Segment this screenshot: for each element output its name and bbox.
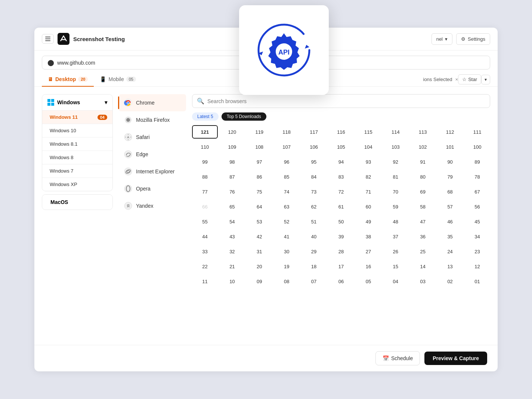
search-input[interactable] [207,98,485,104]
version-cell-05[interactable]: 05 [355,275,381,288]
version-cell-116[interactable]: 116 [328,125,354,139]
version-cell-42[interactable]: 42 [247,230,272,243]
version-cell-16[interactable]: 16 [355,260,381,273]
version-cell-19[interactable]: 19 [274,260,300,273]
version-cell-90[interactable]: 90 [437,155,463,168]
version-cell-20[interactable]: 20 [247,260,272,273]
version-cell-100[interactable]: 100 [464,140,490,154]
os-item-windows7[interactable]: Windows 7 [42,164,112,177]
version-cell-04[interactable]: 04 [383,275,408,288]
version-cell-67[interactable]: 67 [464,185,490,198]
version-cell-106[interactable]: 106 [301,140,327,154]
version-cell-84[interactable]: 84 [301,170,327,183]
version-cell-115[interactable]: 115 [355,125,381,139]
version-cell-10[interactable]: 10 [219,275,245,288]
version-cell-112[interactable]: 112 [437,125,463,139]
browser-item-chrome[interactable]: Chrome [119,94,186,111]
version-cell-69[interactable]: 69 [410,185,436,198]
version-cell-102[interactable]: 102 [410,140,436,154]
version-cell-70[interactable]: 70 [383,185,408,198]
version-cell-86[interactable]: 86 [247,170,272,183]
version-cell-50[interactable]: 50 [328,215,354,228]
os-item-windows10[interactable]: Windows 10 [42,124,112,137]
version-cell-97[interactable]: 97 [247,155,272,168]
version-cell-61[interactable]: 61 [328,200,354,213]
version-cell-114[interactable]: 114 [383,125,408,139]
os-item-windows81[interactable]: Windows 8.1 [42,137,112,151]
version-cell-43[interactable]: 43 [219,230,245,243]
version-cell-44[interactable]: 44 [192,230,218,243]
sessions-close-icon[interactable]: × [455,77,458,82]
version-cell-12[interactable]: 12 [464,260,490,273]
version-cell-117[interactable]: 117 [301,125,327,139]
version-cell-121[interactable]: 121 [192,125,218,139]
browser-item-yandex[interactable]: Я Yandex [119,197,186,214]
version-cell-21[interactable]: 21 [219,260,245,273]
version-cell-71[interactable]: 71 [355,185,381,198]
version-cell-120[interactable]: 120 [219,125,245,139]
version-cell-49[interactable]: 49 [355,215,381,228]
version-cell-66[interactable]: 66 [192,200,218,213]
version-cell-93[interactable]: 93 [355,155,381,168]
version-cell-111[interactable]: 111 [464,125,490,139]
version-cell-63[interactable]: 63 [274,200,300,213]
browser-item-firefox[interactable]: Mozilla Firefox [119,111,186,129]
version-cell-119[interactable]: 119 [247,125,272,139]
preview-capture-button[interactable]: Preview & Capture [424,352,487,365]
version-cell-105[interactable]: 105 [328,140,354,154]
filter-top5downloads[interactable]: Top 5 Downloads [222,112,266,121]
tab-mobile[interactable]: 📱 Mobile 05 [94,72,142,87]
version-cell-99[interactable]: 99 [192,155,218,168]
version-cell-59[interactable]: 59 [383,200,408,213]
version-cell-15[interactable]: 15 [383,260,408,273]
browser-item-edge[interactable]: Edge [119,146,186,163]
version-cell-113[interactable]: 113 [410,125,436,139]
version-cell-98[interactable]: 98 [219,155,245,168]
version-cell-03[interactable]: 03 [410,275,436,288]
version-cell-08[interactable]: 08 [274,275,300,288]
os-item-windowsxp[interactable]: Windows XP [42,177,112,191]
version-cell-37[interactable]: 37 [383,230,408,243]
settings-button[interactable]: ⚙ Settings [456,33,490,45]
os-item-windows8[interactable]: Windows 8 [42,151,112,164]
version-cell-82[interactable]: 82 [355,170,381,183]
version-cell-53[interactable]: 53 [247,215,272,228]
version-cell-88[interactable]: 88 [192,170,218,183]
version-cell-87[interactable]: 87 [219,170,245,183]
version-cell-94[interactable]: 94 [328,155,354,168]
version-cell-22[interactable]: 22 [192,260,218,273]
version-cell-76[interactable]: 76 [219,185,245,198]
version-cell-47[interactable]: 47 [410,215,436,228]
version-cell-33[interactable]: 33 [192,245,218,258]
version-cell-18[interactable]: 18 [301,260,327,273]
version-cell-46[interactable]: 46 [437,215,463,228]
star-dropdown-button[interactable]: ▾ [481,75,490,84]
version-cell-11[interactable]: 11 [192,275,218,288]
version-cell-07[interactable]: 07 [301,275,327,288]
version-cell-57[interactable]: 57 [437,200,463,213]
version-cell-35[interactable]: 35 [437,230,463,243]
version-cell-79[interactable]: 79 [437,170,463,183]
version-cell-27[interactable]: 27 [355,245,381,258]
version-cell-26[interactable]: 26 [383,245,408,258]
version-cell-60[interactable]: 60 [355,200,381,213]
macos-group-header[interactable]: MacOS [42,195,112,210]
version-cell-14[interactable]: 14 [410,260,436,273]
version-cell-73[interactable]: 73 [301,185,327,198]
version-cell-75[interactable]: 75 [247,185,272,198]
browser-item-opera[interactable]: Opera [119,180,186,197]
filter-latest5[interactable]: Latest 5 [192,112,219,121]
version-cell-101[interactable]: 101 [437,140,463,154]
version-cell-81[interactable]: 81 [383,170,408,183]
version-cell-55[interactable]: 55 [192,215,218,228]
version-cell-25[interactable]: 25 [410,245,436,258]
browser-item-safari[interactable]: Safari [119,129,186,146]
version-cell-91[interactable]: 91 [410,155,436,168]
version-cell-58[interactable]: 58 [410,200,436,213]
version-cell-83[interactable]: 83 [328,170,354,183]
version-cell-02[interactable]: 02 [437,275,463,288]
version-cell-24[interactable]: 24 [437,245,463,258]
version-cell-51[interactable]: 51 [301,215,327,228]
windows-group-header[interactable]: Windows ▾ [42,95,112,110]
version-cell-80[interactable]: 80 [410,170,436,183]
